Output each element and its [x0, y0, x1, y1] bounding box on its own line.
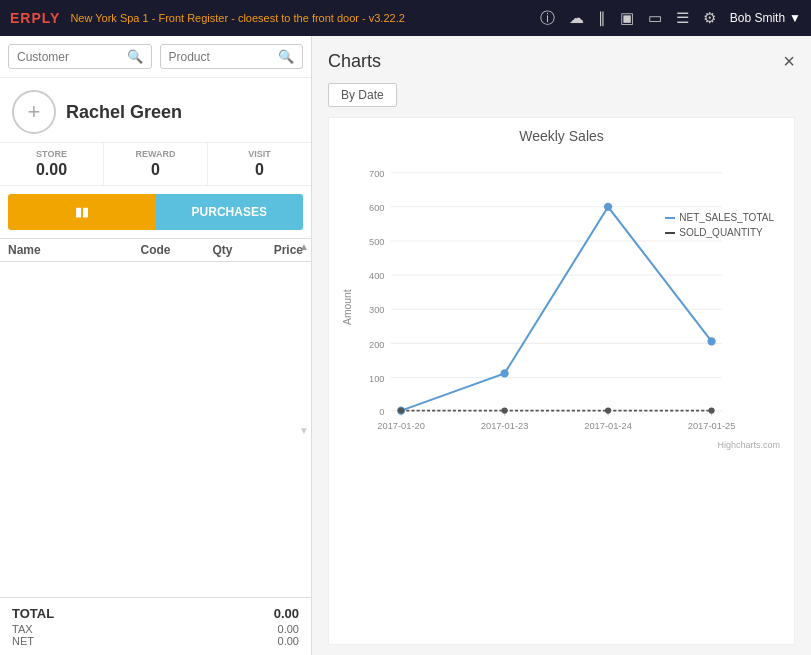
col-header-name: Name [8, 243, 115, 257]
info-icon[interactable]: ⓘ [540, 9, 555, 28]
charts-title: Charts [328, 51, 381, 72]
sold-qty-point-1 [501, 408, 507, 414]
customer-info: + Rachel Green [0, 78, 311, 142]
table-body: ▼ [0, 262, 311, 597]
svg-text:2017-01-23: 2017-01-23 [481, 421, 529, 431]
stat-reward: REWARD 0 [104, 143, 208, 185]
net-sales-point-1 [500, 369, 508, 377]
main-layout: 🔍 🔍 + Rachel Green STORE 0.00 REWARD 0 [0, 36, 811, 655]
reward-label: REWARD [108, 149, 203, 159]
sold-qty-point-0 [398, 408, 404, 414]
settings-icon[interactable]: ⚙ [703, 9, 716, 27]
sold-qty-point-2 [605, 408, 611, 414]
svg-text:400: 400 [369, 271, 385, 281]
footer-totals: TOTAL 0.00 TAX 0.00 NET 0.00 [0, 597, 311, 655]
col-header-code: Code [115, 243, 195, 257]
chevron-down-icon: ▼ [789, 11, 801, 25]
legend-net-sales-label: NET_SALES_TOTAL [679, 212, 774, 223]
store-label: STORE [4, 149, 99, 159]
table-header: Name Code Qty Price ▲ [0, 238, 311, 262]
tax-amount: 0.00 [278, 623, 299, 635]
sold-qty-point-3 [708, 408, 714, 414]
customer-avatar[interactable]: + [12, 90, 56, 134]
svg-text:200: 200 [369, 340, 385, 350]
net-row: NET 0.00 [12, 635, 299, 647]
search-bar-area: 🔍 🔍 [0, 36, 311, 78]
navbar-icons: ⓘ ☁ ∥ ▣ ▭ ☰ ⚙ Bob Smith ▼ [540, 9, 801, 28]
svg-text:0: 0 [379, 407, 384, 417]
tax-row: TAX 0.00 [12, 623, 299, 635]
legend-net-sales: NET_SALES_TOTAL [665, 212, 774, 223]
tab-card-button[interactable]: ▮▮ [8, 194, 156, 230]
user-name: Bob Smith [730, 11, 785, 25]
customer-name: Rachel Green [66, 102, 182, 123]
visit-label: VISIT [212, 149, 307, 159]
total-row: TOTAL 0.00 [12, 606, 299, 621]
product-search-input[interactable] [169, 50, 279, 64]
svg-text:2017-01-25: 2017-01-25 [688, 421, 736, 431]
legend-sold-qty: SOLD_QUANTITY [665, 227, 774, 238]
customer-search-box[interactable]: 🔍 [8, 44, 152, 69]
svg-text:300: 300 [369, 305, 385, 315]
stats-row: STORE 0.00 REWARD 0 VISIT 0 [0, 142, 311, 186]
left-panel: 🔍 🔍 + Rachel Green STORE 0.00 REWARD 0 [0, 36, 312, 655]
net-sales-point-2 [604, 203, 612, 211]
avatar-plus-icon: + [28, 99, 41, 125]
net-sales-point-3 [707, 337, 715, 345]
signal-icon[interactable]: ∥ [598, 9, 606, 27]
svg-text:500: 500 [369, 237, 385, 247]
tab-buttons: ▮▮ PURCHASES [8, 194, 303, 230]
product-search-icon[interactable]: 🔍 [278, 49, 294, 64]
stat-store: STORE 0.00 [0, 143, 104, 185]
chart-container: Weekly Sales NET_SALES_TOTAL SOLD_QUANTI… [328, 117, 795, 645]
svg-text:2017-01-24: 2017-01-24 [584, 421, 632, 431]
chart-title: Weekly Sales [339, 128, 784, 144]
total-label: TOTAL [12, 606, 54, 621]
register-icon[interactable]: ▭ [648, 9, 662, 27]
svg-text:600: 600 [369, 203, 385, 213]
user-menu[interactable]: Bob Smith ▼ [730, 11, 801, 25]
chart-legend: NET_SALES_TOTAL SOLD_QUANTITY [665, 212, 774, 242]
menu-icon[interactable]: ☰ [676, 9, 689, 27]
net-label: NET [12, 635, 34, 647]
svg-text:2017-01-20: 2017-01-20 [377, 421, 425, 431]
weekly-sales-chart: Amount 700 600 500 400 300 20 [339, 152, 784, 452]
reward-value: 0 [108, 161, 203, 179]
svg-text:Amount: Amount [342, 289, 353, 325]
product-search-box[interactable]: 🔍 [160, 44, 304, 69]
legend-sold-qty-label: SOLD_QUANTITY [679, 227, 762, 238]
navbar-title: New York Spa 1 - Front Register - cloese… [70, 12, 529, 24]
highcharts-credit: Highcharts.com [717, 440, 780, 450]
chart-area: NET_SALES_TOTAL SOLD_QUANTITY Amount [339, 152, 784, 452]
scrollbar-up-icon[interactable]: ▲ [299, 241, 309, 252]
customer-search-input[interactable] [17, 50, 127, 64]
screen-icon[interactable]: ▣ [620, 9, 634, 27]
svg-text:700: 700 [369, 169, 385, 179]
total-amount: 0.00 [274, 606, 299, 621]
navbar: ERPLY New York Spa 1 - Front Register - … [0, 0, 811, 36]
stat-visit: VISIT 0 [208, 143, 311, 185]
col-header-price: Price [249, 243, 303, 257]
close-charts-button[interactable]: × [783, 50, 795, 73]
col-header-qty: Qty [196, 243, 250, 257]
customer-search-icon[interactable]: 🔍 [127, 49, 143, 64]
legend-net-sales-color [665, 217, 675, 219]
svg-text:100: 100 [369, 374, 385, 384]
store-value: 0.00 [4, 161, 99, 179]
card-icon: ▮▮ [75, 205, 89, 219]
visit-value: 0 [212, 161, 307, 179]
charts-filter: By Date [312, 83, 811, 117]
right-panel: Charts × By Date Weekly Sales NET_SALES_… [312, 36, 811, 655]
by-date-filter-button[interactable]: By Date [328, 83, 397, 107]
tab-purchases-button[interactable]: PURCHASES [156, 194, 304, 230]
legend-sold-qty-color [665, 232, 675, 234]
tax-label: TAX [12, 623, 33, 635]
net-amount: 0.00 [278, 635, 299, 647]
scrollbar-right-icon[interactable]: ▼ [299, 424, 309, 435]
charts-header: Charts × [312, 36, 811, 83]
cloud-icon[interactable]: ☁ [569, 9, 584, 27]
logo: ERPLY [10, 10, 60, 26]
